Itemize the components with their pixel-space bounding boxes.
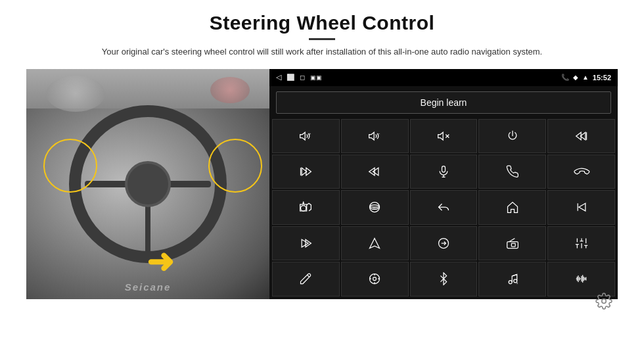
svg-marker-3 [369, 132, 375, 140]
title-section: Steering Wheel Control Your original car… [102, 12, 542, 59]
360-button[interactable]: 360° [341, 190, 409, 224]
settings-circle-icon [368, 272, 381, 285]
hangup-button[interactable] [547, 155, 615, 189]
status-bar: ◁ ⬜ ◻ ▣▣ 📞 ◆ ▲ 15:52 [269, 69, 618, 86]
svg-marker-15 [373, 168, 379, 176]
status-time: 15:52 [593, 74, 611, 82]
camera-button[interactable] [272, 190, 340, 224]
hangup-icon [575, 165, 588, 178]
svg-text:−: − [378, 131, 380, 135]
nav-home-icon[interactable]: ⬜ [287, 74, 294, 81]
microphone-icon [437, 165, 450, 178]
settings-circle-button[interactable] [341, 262, 409, 296]
svg-line-52 [512, 275, 517, 277]
skip-back-icon [575, 201, 588, 214]
pen-button[interactable] [272, 262, 340, 296]
seicane-logo: Seicane [125, 281, 172, 293]
phone-button[interactable] [478, 155, 546, 189]
begin-learn-button[interactable]: Begin learn [276, 91, 611, 114]
back-nav-button[interactable] [410, 190, 478, 224]
seek-prev-button[interactable] [341, 155, 409, 189]
svg-marker-29 [370, 238, 380, 248]
fast-fwd-button[interactable] [272, 226, 340, 260]
mute-button[interactable] [410, 119, 478, 153]
bluetooth-button[interactable] [410, 262, 478, 296]
nav-back-icon[interactable]: ◁ [276, 73, 281, 82]
nav-recent-icon[interactable]: ◻ [300, 74, 305, 81]
home-nav-button[interactable] [478, 190, 546, 224]
waveform-button[interactable] [547, 262, 615, 296]
title-divider [309, 38, 335, 40]
bluetooth-icon [437, 272, 450, 285]
gear-icon[interactable] [595, 293, 612, 312]
svg-marker-16 [369, 168, 375, 176]
home-nav-icon [506, 201, 519, 214]
equalizer-button[interactable] [547, 226, 615, 260]
power-icon [506, 130, 519, 143]
mute-icon [437, 130, 450, 143]
next-track-button[interactable] [272, 155, 340, 189]
exchange-icon [437, 237, 450, 250]
svg-point-50 [509, 281, 512, 284]
waveform-icon [575, 272, 588, 285]
navigate-icon [368, 237, 381, 250]
sim-icon: ▣▣ [310, 74, 322, 81]
page-wrapper: Steering Wheel Control Your original car… [0, 0, 644, 359]
status-indicators: 📞 ◆ ▲ 15:52 [561, 74, 611, 82]
svg-rect-33 [511, 243, 515, 247]
svg-marker-5 [438, 132, 444, 140]
steering-wheel-image: ➜ Seicane [26, 69, 269, 299]
android-screen: ◁ ⬜ ◻ ▣▣ 📞 ◆ ▲ 15:52 Begin learn [269, 69, 618, 299]
page-subtitle: Your original car's steering wheel contr… [102, 45, 542, 59]
pen-icon [299, 272, 312, 285]
content-area: ➜ Seicane ◁ ⬜ ◻ ▣▣ 📞 ◆ ▲ 15:52 [26, 69, 618, 299]
wifi-icon: ▲ [582, 74, 589, 81]
status-nav-icons: ◁ ⬜ ◻ ▣▣ [276, 73, 322, 82]
equalizer-icon [575, 237, 588, 250]
svg-point-20 [301, 206, 306, 211]
music-icon: x [506, 272, 519, 285]
navigate-button[interactable] [341, 226, 409, 260]
svg-line-43 [308, 275, 310, 277]
microphone-button[interactable] [410, 155, 478, 189]
vol-down-button[interactable]: − [341, 119, 409, 153]
prev-track-button[interactable] [547, 119, 615, 153]
prev-track-icon [575, 130, 588, 143]
location-icon: ◆ [573, 74, 578, 81]
camera-icon [299, 201, 312, 214]
back-nav-icon [437, 201, 450, 214]
phone-status-icon: 📞 [561, 74, 569, 81]
vol-down-icon: − [368, 130, 381, 143]
360-view-icon: 360° [368, 201, 381, 214]
phone-icon [506, 165, 519, 178]
radio-button[interactable] [478, 226, 546, 260]
begin-learn-row: Begin learn [269, 86, 618, 119]
svg-rect-31 [507, 241, 518, 248]
seek-prev-icon [368, 165, 381, 178]
vol-up-icon: + [299, 130, 312, 143]
svg-rect-17 [442, 166, 445, 172]
fast-fwd-icon [299, 237, 312, 250]
svg-point-65 [602, 299, 607, 303]
next-track-icon [299, 165, 312, 178]
skip-back-button[interactable] [547, 190, 615, 224]
power-button[interactable] [478, 119, 546, 153]
svg-text:+: + [309, 131, 311, 135]
vol-up-button[interactable]: + [272, 119, 340, 153]
svg-text:360°: 360° [373, 207, 379, 210]
radio-icon [506, 237, 519, 250]
page-title: Steering Wheel Control [102, 12, 542, 34]
svg-marker-0 [300, 132, 306, 140]
icon-grid: + − [269, 119, 618, 299]
svg-point-45 [373, 277, 377, 281]
svg-text:x: x [517, 281, 518, 285]
music-button[interactable]: x [478, 262, 546, 296]
exchange-button[interactable] [410, 226, 478, 260]
svg-marker-25 [578, 204, 585, 212]
